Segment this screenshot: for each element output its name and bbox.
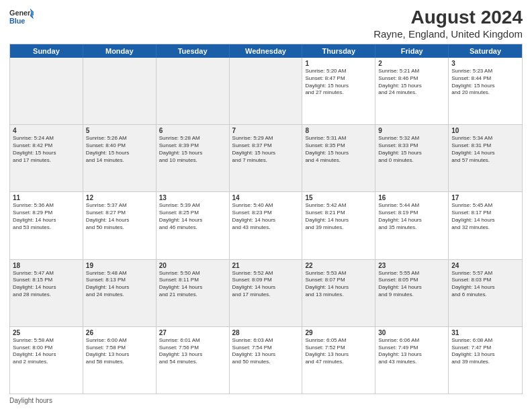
- calendar-cell-w4-d6: 31Sunrise: 6:08 AM Sunset: 7:47 PM Dayli…: [449, 327, 522, 394]
- day-number: 4: [13, 127, 80, 134]
- day-info: Sunrise: 5:28 AM Sunset: 8:39 PM Dayligh…: [159, 135, 226, 164]
- day-info: Sunrise: 5:44 AM Sunset: 8:19 PM Dayligh…: [378, 202, 445, 231]
- day-info: Sunrise: 5:50 AM Sunset: 8:11 PM Dayligh…: [159, 270, 226, 299]
- day-info: Sunrise: 5:45 AM Sunset: 8:17 PM Dayligh…: [451, 202, 519, 231]
- title-block: August 2024 Rayne, England, United Kingd…: [373, 7, 523, 40]
- day-number: 29: [305, 329, 372, 336]
- calendar-row-2: 11Sunrise: 5:36 AM Sunset: 8:29 PM Dayli…: [10, 192, 522, 259]
- calendar-body: 1Sunrise: 5:20 AM Sunset: 8:47 PM Daylig…: [10, 58, 522, 394]
- calendar-cell-w4-d3: 28Sunrise: 6:03 AM Sunset: 7:54 PM Dayli…: [230, 327, 303, 394]
- subtitle: Rayne, England, United Kingdom: [373, 28, 523, 40]
- day-info: Sunrise: 5:53 AM Sunset: 8:07 PM Dayligh…: [305, 270, 372, 299]
- calendar-cell-w2-d4: 15Sunrise: 5:42 AM Sunset: 8:21 PM Dayli…: [302, 192, 375, 259]
- calendar-cell-w0-d6: 3Sunrise: 5:23 AM Sunset: 8:44 PM Daylig…: [449, 58, 522, 124]
- calendar-cell-w0-d1: [83, 58, 157, 124]
- header-day-monday: Monday: [83, 44, 157, 58]
- calendar-cell-w3-d5: 23Sunrise: 5:55 AM Sunset: 8:05 PM Dayli…: [375, 260, 449, 326]
- day-info: Sunrise: 6:01 AM Sunset: 7:56 PM Dayligh…: [159, 337, 226, 366]
- day-info: Sunrise: 5:32 AM Sunset: 8:33 PM Dayligh…: [378, 135, 445, 164]
- day-info: Sunrise: 5:52 AM Sunset: 8:09 PM Dayligh…: [232, 270, 300, 299]
- calendar-cell-w1-d1: 5Sunrise: 5:26 AM Sunset: 8:40 PM Daylig…: [83, 125, 157, 191]
- day-number: 24: [451, 262, 519, 269]
- day-info: Sunrise: 5:47 AM Sunset: 8:15 PM Dayligh…: [13, 270, 80, 299]
- calendar-cell-w4-d1: 26Sunrise: 6:00 AM Sunset: 7:58 PM Dayli…: [83, 327, 157, 394]
- day-info: Sunrise: 5:20 AM Sunset: 8:47 PM Dayligh…: [305, 68, 372, 97]
- day-info: Sunrise: 5:23 AM Sunset: 8:44 PM Dayligh…: [451, 68, 519, 97]
- day-number: 11: [13, 194, 80, 201]
- header-day-saturday: Saturday: [449, 44, 522, 58]
- day-number: 15: [305, 194, 372, 201]
- calendar-cell-w4-d2: 27Sunrise: 6:01 AM Sunset: 7:56 PM Dayli…: [157, 327, 230, 394]
- calendar-cell-w4-d0: 25Sunrise: 5:58 AM Sunset: 8:00 PM Dayli…: [10, 327, 83, 394]
- svg-text:General: General: [9, 9, 34, 17]
- day-number: 2: [378, 60, 445, 67]
- calendar-cell-w3-d1: 19Sunrise: 5:48 AM Sunset: 8:13 PM Dayli…: [83, 260, 157, 326]
- calendar-cell-w3-d4: 22Sunrise: 5:53 AM Sunset: 8:07 PM Dayli…: [302, 260, 375, 326]
- day-info: Sunrise: 5:42 AM Sunset: 8:21 PM Dayligh…: [305, 202, 372, 231]
- calendar-row-3: 18Sunrise: 5:47 AM Sunset: 8:15 PM Dayli…: [10, 260, 522, 327]
- day-number: 8: [305, 127, 372, 134]
- header-day-wednesday: Wednesday: [230, 44, 303, 58]
- day-number: 17: [451, 194, 519, 201]
- day-number: 28: [232, 329, 300, 336]
- svg-text:Blue: Blue: [9, 17, 25, 25]
- day-number: 3: [451, 60, 519, 67]
- calendar-row-0: 1Sunrise: 5:20 AM Sunset: 8:47 PM Daylig…: [10, 58, 522, 125]
- day-number: 18: [13, 262, 80, 269]
- day-number: 26: [86, 329, 153, 336]
- day-number: 5: [86, 127, 153, 134]
- day-info: Sunrise: 6:08 AM Sunset: 7:47 PM Dayligh…: [451, 337, 519, 366]
- calendar-cell-w0-d2: [157, 58, 230, 124]
- day-info: Sunrise: 5:57 AM Sunset: 8:03 PM Dayligh…: [451, 270, 519, 299]
- day-info: Sunrise: 5:26 AM Sunset: 8:40 PM Dayligh…: [86, 135, 153, 164]
- calendar-cell-w0-d4: 1Sunrise: 5:20 AM Sunset: 8:47 PM Daylig…: [302, 58, 375, 124]
- day-number: 23: [378, 262, 445, 269]
- day-number: 21: [232, 262, 300, 269]
- calendar-cell-w4-d5: 30Sunrise: 6:06 AM Sunset: 7:49 PM Dayli…: [375, 327, 449, 394]
- day-info: Sunrise: 5:37 AM Sunset: 8:27 PM Dayligh…: [86, 202, 153, 231]
- day-info: Sunrise: 5:29 AM Sunset: 8:37 PM Dayligh…: [232, 135, 300, 164]
- calendar-cell-w3-d3: 21Sunrise: 5:52 AM Sunset: 8:09 PM Dayli…: [230, 260, 303, 326]
- day-info: Sunrise: 6:03 AM Sunset: 7:54 PM Dayligh…: [232, 337, 300, 366]
- day-number: 10: [451, 127, 519, 134]
- day-number: 12: [86, 194, 153, 201]
- day-number: 27: [159, 329, 226, 336]
- day-info: Sunrise: 5:39 AM Sunset: 8:25 PM Dayligh…: [159, 202, 226, 231]
- main-title: August 2024: [373, 7, 523, 28]
- calendar-cell-w1-d4: 8Sunrise: 5:31 AM Sunset: 8:35 PM Daylig…: [302, 125, 375, 191]
- day-info: Sunrise: 5:31 AM Sunset: 8:35 PM Dayligh…: [305, 135, 372, 164]
- logo: General Blue: [9, 7, 34, 27]
- day-info: Sunrise: 5:21 AM Sunset: 8:46 PM Dayligh…: [378, 68, 445, 97]
- calendar-cell-w2-d6: 17Sunrise: 5:45 AM Sunset: 8:17 PM Dayli…: [449, 192, 522, 259]
- calendar-cell-w2-d1: 12Sunrise: 5:37 AM Sunset: 8:27 PM Dayli…: [83, 192, 157, 259]
- header-day-sunday: Sunday: [10, 44, 83, 58]
- day-info: Sunrise: 5:58 AM Sunset: 8:00 PM Dayligh…: [13, 337, 80, 366]
- calendar-cell-w2-d2: 13Sunrise: 5:39 AM Sunset: 8:25 PM Dayli…: [157, 192, 230, 259]
- logo-icon: General Blue: [9, 7, 34, 27]
- day-number: 6: [159, 127, 226, 134]
- header-day-friday: Friday: [375, 44, 449, 58]
- header-day-thursday: Thursday: [302, 44, 375, 58]
- day-info: Sunrise: 5:48 AM Sunset: 8:13 PM Dayligh…: [86, 270, 153, 299]
- calendar-cell-w1-d2: 6Sunrise: 5:28 AM Sunset: 8:39 PM Daylig…: [157, 125, 230, 191]
- calendar-cell-w3-d6: 24Sunrise: 5:57 AM Sunset: 8:03 PM Dayli…: [449, 260, 522, 326]
- day-number: 13: [159, 194, 226, 201]
- header-day-tuesday: Tuesday: [157, 44, 230, 58]
- footer-note: Daylight hours: [9, 397, 523, 404]
- day-number: 30: [378, 329, 445, 336]
- calendar-cell-w0-d5: 2Sunrise: 5:21 AM Sunset: 8:46 PM Daylig…: [375, 58, 449, 124]
- day-info: Sunrise: 5:55 AM Sunset: 8:05 PM Dayligh…: [378, 270, 445, 299]
- day-info: Sunrise: 6:06 AM Sunset: 7:49 PM Dayligh…: [378, 337, 445, 366]
- day-info: Sunrise: 5:40 AM Sunset: 8:23 PM Dayligh…: [232, 202, 300, 231]
- calendar-cell-w2-d0: 11Sunrise: 5:36 AM Sunset: 8:29 PM Dayli…: [10, 192, 83, 259]
- day-number: 22: [305, 262, 372, 269]
- calendar-cell-w1-d0: 4Sunrise: 5:24 AM Sunset: 8:42 PM Daylig…: [10, 125, 83, 191]
- calendar-cell-w3-d2: 20Sunrise: 5:50 AM Sunset: 8:11 PM Dayli…: [157, 260, 230, 326]
- header: General Blue August 2024 Rayne, England,…: [9, 7, 523, 40]
- day-number: 31: [451, 329, 519, 336]
- calendar-header: SundayMondayTuesdayWednesdayThursdayFrid…: [10, 44, 522, 58]
- day-number: 1: [305, 60, 372, 67]
- calendar-cell-w2-d5: 16Sunrise: 5:44 AM Sunset: 8:19 PM Dayli…: [375, 192, 449, 259]
- day-number: 14: [232, 194, 300, 201]
- calendar: SundayMondayTuesdayWednesdayThursdayFrid…: [9, 44, 523, 394]
